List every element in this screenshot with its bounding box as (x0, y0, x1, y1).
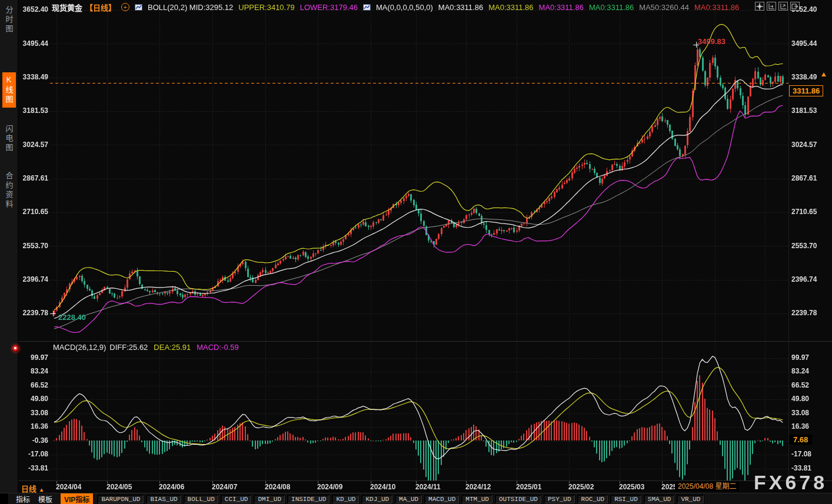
toolbar-indicator-psy_ud[interactable]: PSY_UD (544, 495, 575, 504)
toolbar-indicator-inside_ud[interactable]: INSIDE_UD (287, 495, 330, 504)
legend-item-1: BOLL(20,2) MID:3295.12 (148, 3, 233, 12)
zoom-x-icon[interactable] (767, 2, 776, 11)
trading-app-window: 分时图K线图闪电图合约资料 现货黄金【日线】+ BOLL(20,2) MID:3… (0, 0, 832, 504)
low-price-annotation: 2228.40 (58, 313, 86, 322)
indicator-chart-icon[interactable] (363, 4, 371, 11)
sidebar-tab-1[interactable]: 分时图 (2, 3, 16, 37)
macd-dea-value: DEA:25.91 (154, 343, 191, 352)
toolbar-vip-button[interactable]: VIP指标 (61, 493, 93, 504)
high-price-annotation: 3499.83 (698, 37, 725, 46)
symbol-name: 现货黄金 (52, 2, 82, 13)
chart-canvas[interactable] (18, 0, 832, 493)
toolbar-indicator-dmi_ud[interactable]: DMI_UD (254, 495, 285, 504)
toolbar-indicator-mtm_ud[interactable]: MTM_UD (461, 495, 493, 504)
indicator-chart-icon[interactable] (135, 4, 142, 11)
toolbar-indicator-kd_ud[interactable]: KD_UD (332, 495, 360, 504)
toolbar-indicator-kdj_ud[interactable]: KDJ_UD (361, 495, 393, 504)
toolbar-indicator-vr_ud[interactable]: VR_UD (677, 495, 704, 504)
legend-item-2: UPPER:3410.79 (238, 3, 294, 12)
toolbar-indicator-rsi_ud[interactable]: RSI_UD (610, 495, 642, 504)
macd-diff-value: DIFF:25.62 (109, 343, 148, 352)
toolbar-indicator-ma_ud[interactable]: MA_UD (395, 495, 422, 504)
legend-item-6: MA0:3311.86 (488, 3, 533, 12)
macd-value-badge: 7.68 (789, 435, 812, 445)
bottom-toolbar: 指标模板VIP指标BARUPDN_UDBIAS_UDBOLL_UDCCI_UDD… (0, 493, 832, 504)
last-price-arrow-icon (821, 72, 826, 76)
legend-item-3: LOWER:3179.46 (300, 3, 358, 12)
zoom-y-icon[interactable] (778, 2, 788, 11)
macd-legend: MACD(26,12,9) DIFF:25.62 DEA:25.91 MACD:… (53, 343, 239, 352)
chart-header: 现货黄金【日线】+ BOLL(20,2) MID:3295.12UPPER:34… (52, 2, 739, 12)
move-icon[interactable] (755, 2, 764, 11)
sidebar: 分时图K线图闪电图合约资料 (0, 0, 18, 493)
legend-item-10: MA0:3311.86 (694, 3, 739, 12)
legend-item-9: MA50:3260.44 (639, 3, 689, 12)
toolbar-indicator-macd_ud[interactable]: MACD_UD (424, 495, 460, 504)
legend-item-4: MA(0,0,0,0,50,0) (376, 3, 433, 12)
macd-macd-value: MACD:-0.59 (197, 343, 239, 352)
reset-zoom-icon[interactable] (790, 2, 800, 11)
period-tag: 【日线】 (85, 2, 116, 13)
toolbar-indicator-boll_ud[interactable]: BOLL_UD (184, 495, 219, 504)
toolbar-corner (0, 493, 8, 504)
crosshair-date-tooltip: 2025/04/08 星期二 (675, 482, 739, 491)
sidebar-tab-2[interactable]: K线图 (2, 72, 16, 108)
last-price-badge: 3311.86 (789, 85, 823, 96)
toolbar-indicator-cci_ud[interactable]: CCI_UD (221, 495, 252, 504)
alert-dot-icon (12, 345, 19, 352)
macd-title: MACD(26,12,9) (53, 343, 106, 352)
toolbar-button-1[interactable]: 指标 (16, 494, 30, 504)
indicator-legend: BOLL(20,2) MID:3295.12UPPER:3410.79LOWER… (135, 3, 739, 12)
brand-watermark: FX678 (754, 471, 827, 494)
toolbar-indicator-sma_ud[interactable]: SMA_UD (644, 495, 675, 504)
add-indicator-icon[interactable]: + (121, 3, 129, 11)
toolbar-indicator-roc_ud[interactable]: ROC_UD (577, 495, 609, 504)
period-selector-arrow-icon: ▲ (39, 486, 45, 493)
legend-item-5: MA0:3311.86 (438, 3, 483, 12)
legend-item-7: MA0:3311.86 (539, 3, 584, 12)
period-selector-label[interactable]: 日线 (21, 485, 36, 493)
toolbar-indicator-bias_ud[interactable]: BIAS_UD (146, 495, 181, 504)
toolbar-indicator-outside_ud[interactable]: OUTSIDE_UD (495, 495, 542, 504)
toolbar-button-2[interactable]: 模板 (38, 494, 52, 504)
chart-tool-buttons (755, 2, 800, 11)
toolbar-indicator-barupdn_ud[interactable]: BARUPDN_UD (97, 495, 144, 504)
sidebar-tab-4[interactable]: 合约资料 (2, 169, 16, 212)
legend-item-8: MA0:3311.86 (589, 3, 634, 12)
sidebar-tab-3[interactable]: 闪电图 (2, 122, 16, 156)
